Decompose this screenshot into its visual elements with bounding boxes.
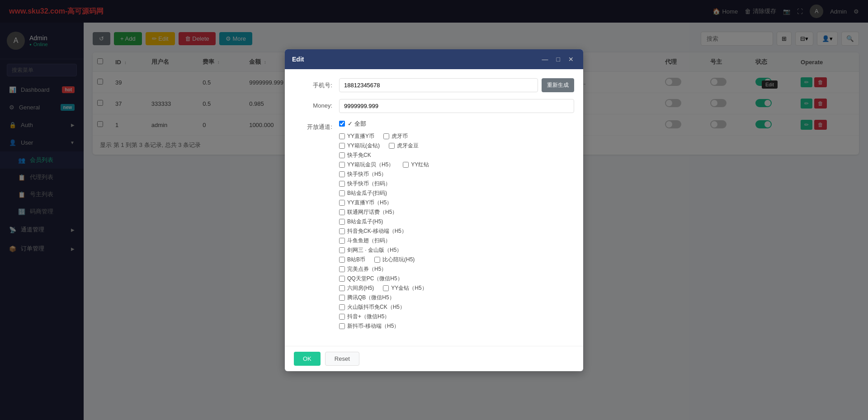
channel-item: YY直播Y币 [339, 132, 374, 140]
channel-item: 快手快币（H5） [339, 170, 387, 178]
channel-name: 虎牙金豆 [397, 142, 419, 150]
channel-row: 完美点券（H5） [339, 265, 574, 273]
channel-item: B站B币 [339, 256, 365, 264]
channel-item: 火山版抖币免CK（H5） [339, 303, 405, 311]
money-row: Money: [294, 99, 574, 113]
channel-item: 六间房(H5) [339, 284, 374, 292]
channel-name: 火山版抖币免CK（H5） [347, 303, 405, 311]
channel-checkbox[interactable] [339, 314, 345, 320]
channel-section: ✓ 全部 YY直播Y币虎牙币YY箱玩(金钻)虎牙金豆快手免CKYY箱玩金贝（H5… [339, 120, 574, 330]
channel-name: YY箱玩金贝（H5） [347, 161, 394, 169]
channel-name: B站金瓜子(扫码) [347, 189, 387, 197]
modal-close-btn[interactable]: ✕ [566, 55, 576, 64]
channel-item: 虎牙币 [383, 132, 408, 140]
channel-row: 快手免CK [339, 151, 574, 159]
channel-item: YY金钻（H5） [383, 284, 427, 292]
channel-checkbox[interactable] [339, 209, 345, 215]
channel-checkbox[interactable] [339, 143, 345, 149]
modal-minimize-btn[interactable]: — [540, 55, 551, 64]
channel-checkbox[interactable] [339, 247, 345, 253]
channel-name: 抖音+（微信H5） [347, 313, 390, 321]
channel-checkbox[interactable] [339, 304, 345, 310]
channel-name: YY红钻 [411, 161, 429, 169]
channel-name: 腾讯QB（微信H5） [347, 294, 395, 302]
modal-overlay[interactable]: Edit — □ ✕ 手机号: 重新生成 Money: 开放通道: [0, 0, 868, 420]
channel-name: B站金瓜子(H5) [347, 218, 383, 226]
modal-title: Edit [292, 56, 304, 63]
edit-modal: Edit — □ ✕ 手机号: 重新生成 Money: 开放通道: [285, 49, 583, 371]
channel-name: 快手免CK [347, 151, 371, 159]
channel-name: QQ天堂PC（微信H5） [347, 275, 403, 283]
channel-item: 新抖币-移动端（H5） [339, 322, 399, 330]
channel-checkbox[interactable] [339, 190, 345, 196]
channel-name: 快手快币（扫码） [347, 180, 391, 188]
channel-checkbox[interactable] [339, 219, 345, 225]
generate-btn[interactable]: 重新生成 [542, 78, 574, 92]
channel-item: 腾讯QB（微信H5） [339, 294, 395, 302]
channel-checkbox[interactable] [339, 257, 345, 263]
channel-item: YY直播Y币（H5） [339, 199, 392, 207]
channel-checkbox[interactable] [339, 152, 345, 158]
channel-item: 剑网三 · 金山版（H5） [339, 246, 402, 254]
channel-checkbox[interactable] [374, 257, 380, 263]
phone-label: 手机号: [294, 78, 339, 90]
modal-maximize-btn[interactable]: □ [554, 55, 562, 64]
channel-checkbox[interactable] [339, 323, 345, 329]
money-input[interactable] [339, 99, 574, 113]
channel-row: YY箱玩金贝（H5）YY红钻 [339, 161, 574, 169]
all-label: ✓ 全部 [348, 120, 366, 128]
ok-button[interactable]: OK [294, 352, 321, 366]
phone-input[interactable] [339, 78, 538, 92]
channel-row: 联通网厅话费（H5） [339, 208, 574, 216]
channel-item: B站金瓜子(扫码) [339, 189, 387, 197]
channel-checkbox[interactable] [339, 200, 345, 206]
channel-checkbox[interactable] [339, 181, 345, 187]
channel-item: B站金瓜子(H5) [339, 218, 383, 226]
channel-row: 抖音免CK-移动端（H5） [339, 227, 574, 235]
modal-body: 手机号: 重新生成 Money: 开放通道: ✓ 全部 YY直 [285, 69, 583, 346]
channel-row: 快手快币（扫码） [339, 180, 574, 188]
channel-row: YY箱玩(金钻)虎牙金豆 [339, 142, 574, 150]
channel-item: 抖音+（微信H5） [339, 313, 390, 321]
channel-row: B站金瓜子(H5) [339, 218, 574, 226]
channel-row: 六间房(H5)YY金钻（H5） [339, 284, 574, 292]
channel-checkbox[interactable] [339, 228, 345, 234]
channel-checkbox[interactable] [383, 133, 389, 139]
channel-row: 剑网三 · 金山版（H5） [339, 246, 574, 254]
channel-checkbox[interactable] [339, 276, 345, 282]
channel-checkbox[interactable] [339, 266, 345, 272]
channel-checkbox[interactable] [339, 162, 345, 168]
channel-checkbox[interactable] [389, 143, 395, 149]
channel-name: YY直播Y币 [347, 132, 374, 140]
channel-row: 火山版抖币免CK（H5） [339, 303, 574, 311]
channel-checkbox[interactable] [339, 133, 345, 139]
channel-checkbox[interactable] [339, 295, 345, 301]
money-label: Money: [294, 99, 339, 109]
channel-item: YY箱玩(金钻) [339, 142, 380, 150]
channel-row: B站金瓜子(扫码) [339, 189, 574, 197]
channel-item: 抖音免CK-移动端（H5） [339, 227, 407, 235]
channel-checkbox[interactable] [383, 285, 389, 291]
channel-label: 开放通道: [294, 120, 339, 131]
channel-name: 快手快币（H5） [347, 170, 387, 178]
channel-name: 联通网厅话费（H5） [347, 208, 397, 216]
channel-checkbox[interactable] [339, 238, 345, 244]
channel-checkbox[interactable] [403, 162, 409, 168]
channel-name: YY直播Y币（H5） [347, 199, 392, 207]
channel-checkbox[interactable] [339, 285, 345, 291]
checkbox-all-row: ✓ 全部 [339, 120, 574, 128]
channel-checkbox[interactable] [339, 171, 345, 177]
channel-name: YY金钻（H5） [391, 284, 427, 292]
select-all-channels[interactable] [339, 121, 345, 127]
channel-row: 快手快币（H5） [339, 170, 574, 178]
channel-name: 新抖币-移动端（H5） [347, 322, 399, 330]
channel-row: 斗鱼鱼翅（扫码） [339, 237, 574, 245]
channel-row: 开放通道: ✓ 全部 YY直播Y币虎牙币YY箱玩(金钻)虎牙金豆快手免CKYY箱… [294, 120, 574, 330]
channel-item: 快手快币（扫码） [339, 180, 391, 188]
channel-grid: YY直播Y币虎牙币YY箱玩(金钻)虎牙金豆快手免CKYY箱玩金贝（H5）YY红钻… [339, 132, 574, 330]
reset-button[interactable]: Reset [325, 352, 359, 366]
channel-item: 比心陪玩(H5) [374, 256, 415, 264]
modal-header: Edit — □ ✕ [285, 49, 583, 69]
channel-item: YY箱玩金贝（H5） [339, 161, 394, 169]
channel-item: 快手免CK [339, 151, 371, 159]
